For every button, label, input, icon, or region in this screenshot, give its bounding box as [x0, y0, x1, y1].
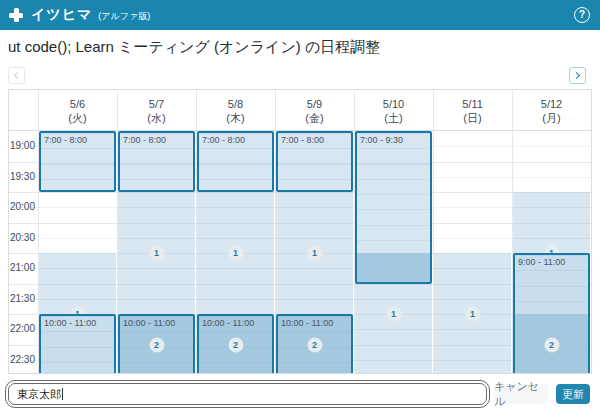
selected-slot-time-label: 9:00 - 11:00 — [515, 255, 588, 267]
time-label: 22:30 — [9, 354, 35, 365]
prev-week-button[interactable] — [8, 67, 25, 84]
grid-line — [354, 90, 355, 131]
selection-count-badge: 2 — [149, 337, 164, 352]
selection-count-badge: 2 — [544, 337, 559, 352]
grid-line — [591, 90, 592, 131]
day-column-header: 5/12(月) — [512, 90, 591, 131]
day-column-header: 5/9(金) — [275, 90, 354, 131]
day-column-header: 5/6(火) — [38, 90, 117, 131]
app-header: イツヒマ (アルファ版) ? — [0, 0, 600, 30]
grid-line — [117, 90, 118, 131]
selected-slot-time-label: 7:00 - 8:00 — [120, 133, 193, 145]
time-label: 19:00 — [9, 140, 35, 151]
time-label: 20:00 — [9, 201, 35, 212]
selected-slot[interactable]: 7:00 - 9:30 — [355, 131, 432, 284]
app-logo-icon — [9, 8, 23, 22]
day-column-header: 5/8(木) — [196, 90, 275, 131]
grid-line — [275, 90, 276, 131]
grid-line — [38, 90, 39, 131]
next-week-button[interactable] — [569, 67, 586, 84]
selected-slot-time-label: 10:00 - 11:00 — [41, 316, 114, 328]
selected-slot-time-label: 7:00 - 9:30 — [357, 133, 430, 145]
schedule-grid-body[interactable]: 19:0019:3020:0020:3021:0021:3022:0022:30… — [9, 131, 591, 374]
respondent-name-input[interactable]: 東京太郎 — [8, 383, 487, 405]
chevron-right-icon — [573, 72, 580, 79]
time-label: 21:30 — [9, 293, 35, 304]
time-label: 20:30 — [9, 232, 35, 243]
availability-count-badge: 1 — [386, 307, 401, 322]
availability-count-badge: 1 — [307, 246, 322, 261]
time-label: 19:30 — [9, 171, 35, 182]
selection-count-badge: 2 — [307, 337, 322, 352]
cancel-button[interactable]: キャンセル — [494, 384, 548, 404]
day-header-row: 5/6(火)5/7(水)5/8(木)5/9(金)5/10(土)5/11(日)5/… — [9, 90, 591, 131]
app-brand: イツヒマ — [31, 6, 92, 24]
selected-slot[interactable]: 7:00 - 8:00 — [197, 131, 274, 192]
selected-slot-time-label: 7:00 - 8:00 — [278, 133, 351, 145]
schedule-grid: 5/6(火)5/7(水)5/8(木)5/9(金)5/10(土)5/11(日)5/… — [8, 89, 592, 374]
chevron-left-icon — [14, 72, 21, 79]
availability-count-badge: 1 — [465, 307, 480, 322]
selected-slot[interactable]: 9:00 - 11:00 — [513, 253, 590, 374]
overlap-shade — [357, 253, 430, 282]
selected-slot-time-label: 10:00 - 11:00 — [199, 316, 272, 328]
day-column-header: 5/11(日) — [433, 90, 512, 131]
help-icon[interactable]: ? — [574, 7, 590, 23]
grid-line — [512, 90, 513, 131]
availability-count-badge: 1 — [149, 246, 164, 261]
day-column-header: 5/10(土) — [354, 90, 433, 131]
selected-slot[interactable]: 7:00 - 8:00 — [118, 131, 195, 192]
day-column-header: 5/7(水) — [117, 90, 196, 131]
page-title: ut code(); Learn ミーティング (オンライン) の日程調整 — [8, 38, 380, 57]
grid-line — [196, 90, 197, 131]
time-label: 22:00 — [9, 323, 35, 334]
update-button[interactable]: 更新 — [556, 384, 590, 404]
selected-slot[interactable]: 7:00 - 8:00 — [39, 131, 116, 192]
time-label: 21:00 — [9, 262, 35, 273]
alpha-version-tag: (アルファ版) — [98, 10, 150, 23]
selected-slot[interactable]: 10:00 - 11:00 — [39, 314, 116, 374]
selected-slot-time-label: 7:00 - 8:00 — [199, 133, 272, 145]
availability-count-badge: 1 — [228, 246, 243, 261]
grid-line — [433, 90, 434, 131]
selected-slot[interactable]: 7:00 - 8:00 — [276, 131, 353, 192]
text-cursor — [62, 388, 63, 400]
selection-count-badge: 2 — [228, 337, 243, 352]
respondent-name-value: 東京太郎 — [17, 387, 61, 402]
selected-slot-time-label: 7:00 - 8:00 — [41, 133, 114, 145]
selected-slot-time-label: 10:00 - 11:00 — [278, 316, 351, 328]
selected-slot-time-label: 10:00 - 11:00 — [120, 316, 193, 328]
